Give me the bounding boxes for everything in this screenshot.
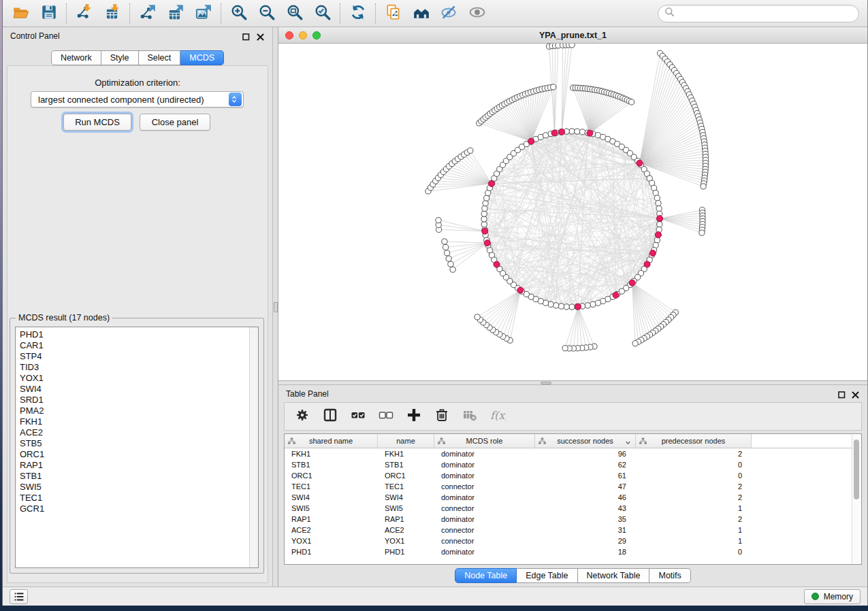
mcds-result-item[interactable]: ACE2 (16, 427, 258, 438)
tab-motifs[interactable]: Motifs (649, 568, 690, 583)
export-image-button[interactable] (189, 2, 217, 24)
table-row[interactable]: PHD1PHD1dominator180 (285, 546, 861, 557)
panel-splitter[interactable] (272, 27, 278, 587)
table-toolbar: f(x) (284, 402, 862, 431)
table-row[interactable]: YOX1YOX1connector291 (285, 535, 861, 546)
open-folder-button[interactable] (7, 2, 35, 24)
mcds-result-item[interactable]: STP4 (16, 351, 258, 362)
tab-network[interactable]: Network (51, 50, 101, 65)
tab-edge-table[interactable]: Edge Table (517, 568, 577, 583)
add-button[interactable] (403, 406, 425, 427)
zoom-in-button[interactable] (225, 2, 253, 24)
cell-predecessor-nodes: 0 (636, 546, 752, 557)
mcds-result-item[interactable]: TID3 (16, 362, 258, 373)
refresh-button[interactable] (344, 2, 372, 24)
cell-MCDS-role: connector (434, 535, 535, 546)
column-header-predecessor-nodes[interactable]: predecessor nodes (636, 434, 752, 448)
search-input[interactable] (678, 9, 852, 18)
table-row[interactable]: STB1STB1dominator620 (285, 459, 861, 470)
float-icon[interactable] (837, 390, 846, 399)
unselect-all-button[interactable] (375, 406, 397, 427)
column-label: name (396, 437, 415, 445)
copy-document-button[interactable] (379, 2, 407, 24)
minimize-traffic-light[interactable] (299, 31, 307, 39)
mcds-list-scrollbar[interactable] (249, 327, 258, 567)
select-all-button[interactable] (347, 406, 369, 427)
column-header-shared-name[interactable]: shared name (285, 434, 378, 448)
export-network-button[interactable] (133, 2, 161, 24)
gear-button[interactable] (291, 406, 313, 427)
mcds-result-item[interactable]: PMA2 (16, 406, 258, 416)
maximize-traffic-light[interactable] (312, 31, 321, 39)
table-row[interactable]: ACE2ACE2connector311 (285, 525, 861, 535)
search-field[interactable] (658, 5, 859, 22)
float-icon[interactable] (242, 32, 251, 41)
mcds-result-item[interactable]: SRD1 (16, 395, 258, 406)
hide-selected-button[interactable] (435, 2, 463, 24)
mcds-result-item[interactable]: STB1 (16, 471, 258, 482)
zoom-out-button[interactable] (253, 2, 280, 24)
tab-network-table[interactable]: Network Table (578, 568, 650, 583)
mcds-result-item[interactable]: ORC1 (16, 449, 258, 460)
table-splitter-handle[interactable] (541, 382, 551, 384)
column-header-MCDS-role[interactable]: MCDS role (434, 434, 535, 448)
mcds-result-item[interactable]: SWI5 (16, 482, 258, 493)
tab-node-table[interactable]: Node Table (455, 568, 517, 583)
table-row[interactable]: SWI4SWI4dominator462 (285, 492, 861, 503)
tab-mcds[interactable]: MCDS (180, 50, 224, 65)
delete-button[interactable] (431, 406, 453, 427)
zoom-out-icon (258, 3, 276, 24)
mcds-result-item[interactable]: GCR1 (16, 503, 258, 514)
tab-style[interactable]: Style (101, 50, 139, 65)
table-scrollbar[interactable] (852, 435, 861, 563)
cell-MCDS-role: connector (434, 503, 535, 514)
column-label: predecessor nodes (662, 437, 726, 445)
tab-select[interactable]: Select (139, 50, 181, 65)
optimization-criterion-dropdown[interactable]: largest connected component (undirected) (31, 91, 244, 108)
table-scrollbar-thumb[interactable] (854, 440, 859, 499)
mcds-result-item[interactable]: TEC1 (16, 493, 258, 503)
open-folder-icon (12, 3, 30, 24)
table-row[interactable]: TEC1TEC1connector472 (285, 481, 861, 492)
table-row[interactable]: SWI5SWI5connector431 (285, 503, 861, 514)
mcds-result-item[interactable]: RAP1 (16, 460, 258, 471)
mcds-result-item[interactable]: SWI4 (16, 384, 258, 395)
cell-predecessor-nodes: 2 (636, 492, 752, 503)
delete-table-icon (462, 407, 478, 426)
mcds-result-item[interactable]: CAR1 (16, 340, 258, 351)
table-row[interactable]: FKH1FKH1dominator962 (285, 448, 861, 459)
copy-document-icon (385, 3, 402, 24)
close-panel-button[interactable]: Close panel (140, 114, 210, 131)
cell-successor-nodes: 61 (535, 470, 636, 481)
zoom-fit-button[interactable] (280, 2, 308, 24)
export-table-button[interactable] (161, 2, 189, 24)
close-traffic-light[interactable] (285, 31, 293, 39)
delete-table-button (459, 406, 481, 427)
mcds-result-item[interactable]: YOX1 (16, 373, 258, 384)
run-mcds-button[interactable]: Run MCDS (63, 114, 131, 131)
cell-predecessor-nodes: 2 (636, 448, 752, 459)
first-neighbors-button[interactable] (407, 2, 435, 24)
column-header-name[interactable]: name (378, 434, 434, 448)
splitter-handle[interactable] (274, 302, 278, 312)
columns-button[interactable] (319, 406, 341, 427)
mcds-result-item[interactable]: PHD1 (16, 329, 258, 340)
mcds-result-list[interactable]: PHD1CAR1STP4TID3YOX1SWI4SRD1PMA2FKH1ACE2… (15, 327, 259, 568)
mcds-result-item[interactable]: FKH1 (16, 416, 258, 427)
import-network-button[interactable] (70, 2, 98, 24)
table-row[interactable]: RAP1RAP1dominator352 (285, 514, 861, 525)
control-panel-tabs: NetworkStyleSelectMCDS (3, 50, 272, 65)
zoom-selected-button[interactable] (308, 2, 336, 24)
cell-successor-nodes: 47 (535, 481, 636, 492)
save-button[interactable] (35, 2, 63, 24)
table-row[interactable]: ORC1ORC1dominator610 (285, 470, 861, 481)
show-all-button[interactable] (463, 2, 491, 24)
import-table-button[interactable] (98, 2, 126, 24)
close-icon[interactable] (256, 32, 265, 41)
task-history-button[interactable] (10, 589, 28, 604)
column-header-successor-nodes[interactable]: successor nodes (535, 434, 636, 448)
close-icon[interactable] (851, 390, 860, 399)
network-canvas[interactable] (278, 44, 867, 380)
mcds-result-item[interactable]: STB5 (16, 438, 258, 449)
memory-button[interactable]: Memory (804, 589, 861, 604)
